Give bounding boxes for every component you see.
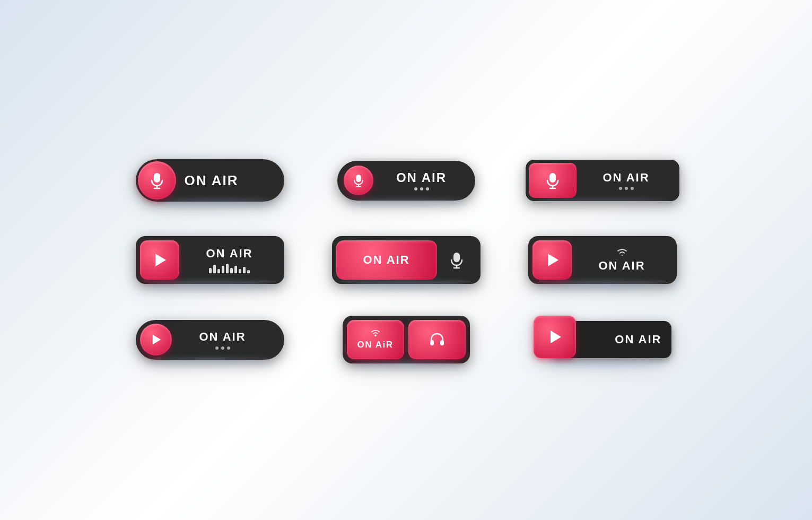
dot-3 (227, 346, 230, 350)
mic-icon-5 (447, 250, 466, 270)
play-icon-7 (149, 332, 163, 347)
badge-label-4: ON AIR (206, 247, 252, 261)
headphone-icon (427, 330, 447, 349)
badge-6[interactable]: ON AIR (528, 236, 677, 284)
svg-marker-13 (548, 254, 558, 266)
eq-bar-5 (226, 264, 229, 273)
dot-2 (221, 346, 224, 350)
play-sq-front (534, 316, 576, 358)
badge-label-6: ON AIR (598, 259, 645, 273)
badge-label-3: ON AIR (603, 171, 649, 185)
badge-label-7: ON AIR (199, 330, 246, 344)
svg-rect-3 (356, 175, 361, 182)
eq-bar-3 (217, 269, 220, 273)
badge-5[interactable]: ON AIR (332, 236, 481, 284)
badge-3[interactable]: ON AIR (526, 160, 679, 201)
badge-right-7: ON AIR (172, 330, 274, 350)
svg-rect-0 (154, 173, 160, 183)
badge-2[interactable]: ON AIR (337, 161, 475, 201)
mic-icon (147, 171, 167, 190)
badge-label-5: ON AIR (363, 253, 409, 267)
play-circle-icon (140, 324, 172, 356)
badge-dark-right: ON AIR (577, 171, 676, 190)
svg-marker-14 (152, 335, 161, 345)
badge-label-9: ON AIR (615, 333, 661, 346)
dots-indicator (414, 187, 429, 190)
badge-label-2: ON AIR (396, 170, 447, 185)
play-icon-9 (545, 327, 564, 346)
badge-right-4: ON AIR (179, 247, 280, 273)
badge-7[interactable]: ON AIR (136, 320, 284, 360)
eq-bar-8 (239, 269, 241, 273)
cell-1-3: ON AIR (526, 157, 679, 204)
badge-right: ON AIR (379, 170, 465, 190)
mic-icon-2 (351, 173, 366, 188)
eq-bar-4 (222, 266, 224, 273)
play-sq-icon-6 (532, 240, 572, 280)
cell-2-1: ON AIR (133, 236, 287, 284)
badge-right-6: ON AIR (572, 248, 673, 273)
dots-indicator-3 (619, 187, 634, 190)
dot-1 (619, 187, 622, 190)
play-icon-6 (543, 250, 562, 270)
wifi-svg (616, 248, 628, 256)
dot-1 (414, 187, 417, 190)
dot-3 (426, 187, 429, 190)
svg-marker-18 (551, 331, 561, 343)
cell-1-2: ON AIR (329, 157, 483, 204)
dot-2 (625, 187, 628, 190)
badge-grid: ON AIR ON AIR (101, 125, 711, 395)
dots-indicator-7 (215, 346, 230, 350)
eq-bar-9 (243, 267, 246, 273)
cell-2-2: ON AIR (329, 236, 483, 284)
dot-2 (420, 187, 423, 190)
cell-3-1: ON AIR (133, 316, 287, 363)
wifi-icon-8 (370, 329, 381, 338)
cell-3-3: ON AIR (526, 316, 679, 363)
badge-4[interactable]: ON AIR (136, 236, 284, 284)
svg-rect-17 (440, 340, 444, 345)
badge-pink-left (529, 163, 577, 198)
eq-bar-6 (230, 268, 233, 273)
svg-marker-9 (155, 254, 166, 266)
play-icon (150, 250, 169, 270)
sq-left: ON AiR (347, 320, 404, 359)
badge-1[interactable]: ON AIR (136, 159, 284, 202)
badge-label: ON AIR (185, 172, 239, 189)
eq-bar-2 (213, 265, 216, 273)
eq-bar-10 (247, 270, 250, 273)
badge-9[interactable]: ON AIR (534, 316, 671, 363)
badge-label-8a: ON AiR (357, 340, 394, 350)
svg-point-15 (374, 335, 377, 337)
dot-3 (631, 187, 634, 190)
eq-bar-7 (234, 266, 237, 273)
cell-3-2: ON AiR (329, 316, 483, 363)
mic-circle-icon (138, 161, 176, 200)
svg-rect-16 (430, 340, 434, 345)
play-sq-icon (140, 240, 179, 280)
badge-pink-left-5: ON AIR (336, 240, 437, 280)
dot-1 (215, 346, 219, 350)
eq-bar-1 (209, 268, 212, 273)
mic-circle-icon-2 (344, 166, 373, 195)
cell-1-1: ON AIR (133, 157, 287, 204)
wifi-icon-text (616, 248, 628, 258)
svg-rect-6 (549, 173, 556, 183)
svg-rect-10 (453, 253, 460, 262)
cell-2-3: ON AIR (526, 236, 679, 284)
badge-8[interactable]: ON AiR (343, 316, 470, 363)
wifi-svg-8 (370, 329, 381, 336)
mic-right-icon (437, 240, 476, 280)
equalizer-bars (209, 264, 250, 273)
mic-icon-3 (543, 171, 562, 190)
sq-right (408, 320, 466, 359)
